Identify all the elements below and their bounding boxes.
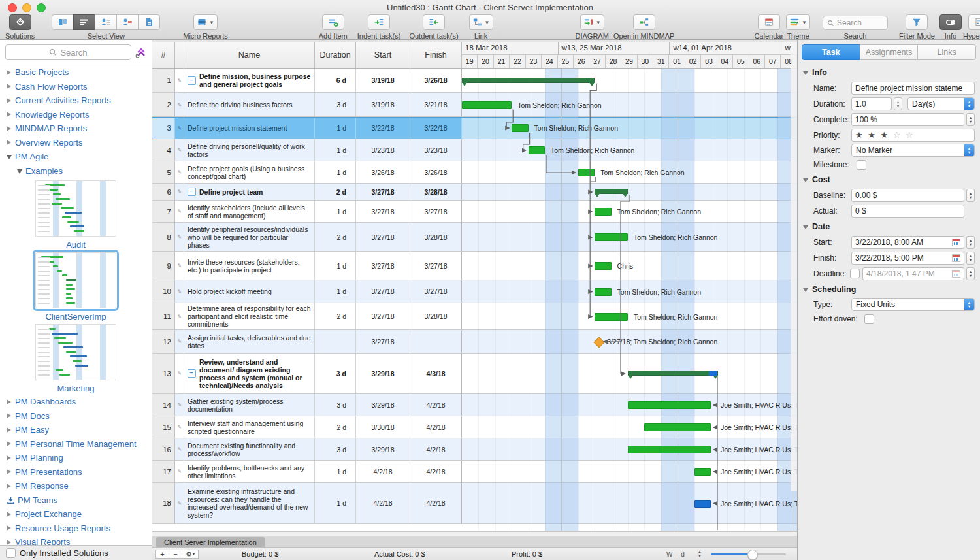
timeline-zoom-slider[interactable] [711, 553, 786, 555]
row-number[interactable]: 5 [152, 161, 175, 183]
task-bar[interactable] [595, 262, 611, 270]
task-finish-cell[interactable]: 4/2/18 [410, 483, 462, 523]
task-start-cell[interactable]: 3/27/18 [356, 201, 410, 222]
milestone-diamond[interactable] [594, 337, 605, 348]
row-number[interactable]: 13 [152, 354, 175, 393]
vertical-scrollbar[interactable] [791, 42, 797, 491]
task-start-cell[interactable]: 3/27/18 [356, 223, 410, 251]
deadline-checkbox[interactable] [850, 269, 860, 278]
baseline-stepper[interactable]: ▲▼ [966, 189, 975, 202]
view-columns-button[interactable] [52, 14, 74, 30]
task-name-cell[interactable]: Examine existing infrastructure and reso… [184, 483, 315, 523]
column-header-Name[interactable]: Name [184, 42, 315, 68]
row-number[interactable]: 14 [152, 394, 175, 416]
chevron-right-icon[interactable] [7, 469, 11, 474]
task-finish-cell[interactable]: 3/27/18 [410, 280, 462, 303]
task-name-cell[interactable]: Define driving personell/quality of work… [184, 139, 315, 161]
add-row-button[interactable]: + [155, 550, 169, 559]
task-finish-cell[interactable]: 3/26/18 [410, 161, 462, 183]
duration-stepper[interactable]: ▲▼ [894, 97, 902, 110]
row-number[interactable]: 17 [152, 461, 175, 482]
task-bar[interactable] [628, 401, 711, 409]
task-bar[interactable] [644, 423, 711, 431]
task-start-cell[interactable]: 3/29/18 [356, 438, 410, 460]
task-finish-cell[interactable]: 4/2/18 [410, 438, 462, 460]
preview-caption[interactable]: Audit [66, 240, 86, 250]
summary-bar[interactable] [462, 78, 595, 83]
start-date-field[interactable]: 3/22/2018, 8:00 AM [851, 236, 964, 249]
task-bar[interactable] [578, 169, 595, 176]
task-start-cell[interactable]: 3/29/18 [356, 354, 410, 393]
sidebar-item-resource-usage-reports[interactable]: Resource Usage Reports [0, 521, 152, 536]
task-name-cell[interactable]: Gather existing system/process documenta… [184, 394, 315, 416]
task-name-cell[interactable]: Interview staff and management using scr… [184, 416, 315, 438]
task-duration-cell[interactable]: 1 d [315, 483, 356, 523]
tab-assignments[interactable]: Assignments [860, 44, 919, 60]
task-duration-cell[interactable]: 3 d [315, 354, 356, 393]
chevron-right-icon[interactable] [7, 98, 11, 103]
sidebar-item-overview-reports[interactable]: Overview Reports [0, 136, 152, 150]
chevron-right-icon[interactable] [7, 399, 11, 404]
task-finish-cell[interactable]: 3/27/18 [410, 201, 462, 222]
duration-unit-dropdown[interactable]: Day(s)▲▼ [907, 97, 975, 110]
task-finish-cell[interactable]: 4/2/18 [410, 416, 462, 438]
chevron-right-icon[interactable] [7, 512, 11, 517]
chevron-down-icon[interactable] [17, 169, 22, 174]
task-name-cell[interactable]: Define project mission statement [184, 118, 315, 139]
task-finish-cell[interactable]: 3/27/18 [410, 252, 462, 280]
column-header-Duration[interactable]: Duration [315, 42, 356, 68]
view-report-button[interactable] [138, 14, 160, 30]
link-button[interactable]: ▼ [469, 14, 493, 30]
solution-store-icon[interactable] [135, 46, 148, 59]
task-start-cell[interactable]: 3/19/18 [356, 93, 410, 116]
remove-row-button[interactable]: − [169, 550, 182, 559]
task-bar[interactable] [529, 146, 545, 154]
task-name-cell[interactable]: Identify stakeholders (Include all level… [184, 201, 315, 222]
priority-field[interactable]: ★ ★ ★ ☆ ☆ [851, 129, 975, 142]
preview-caption[interactable]: ClientServerImp [45, 312, 106, 321]
sidebar-item-pm-planning[interactable]: PM Planning [0, 451, 152, 465]
indent-button[interactable] [368, 14, 390, 30]
task-bar[interactable] [595, 208, 611, 216]
task-name-cell[interactable]: Hold project kickoff meeting [184, 280, 315, 303]
deadline-date-field[interactable]: 4/18/2018, 1:47 PM [862, 267, 964, 280]
task-duration-cell[interactable]: 3 d [315, 394, 356, 416]
task-duration-cell[interactable]: 6 d [315, 69, 356, 92]
zoom-stepper[interactable]: ▲▼ [698, 550, 702, 559]
only-installed-solutions-checkbox[interactable] [6, 548, 16, 558]
task-start-cell[interactable]: 3/29/18 [356, 394, 410, 416]
chevron-right-icon[interactable] [7, 525, 11, 531]
sidebar-item-pm-personal-time-management[interactable]: PM Personal Time Management [0, 437, 152, 452]
outdent-button[interactable] [423, 14, 445, 30]
gear-menu-button[interactable]: ⚙▾ [182, 550, 199, 559]
actual-cost-field[interactable]: 0 $ [851, 205, 964, 218]
baseline-field[interactable]: 0.00 $ [851, 189, 964, 202]
view-gantt-button[interactable] [73, 14, 95, 30]
task-start-cell[interactable]: 3/22/18 [356, 118, 410, 139]
task-duration-cell[interactable]: 1 d [315, 461, 356, 482]
task-name-cell[interactable]: Define the driving business factors [184, 93, 315, 116]
filter-button[interactable] [906, 14, 928, 30]
summary-bar[interactable] [628, 371, 718, 376]
row-number[interactable]: 4 [152, 139, 175, 161]
sidebar-item-cash-flow-reports[interactable]: Cash Flow Reports [0, 80, 152, 94]
chevron-right-icon[interactable] [7, 413, 11, 418]
micro-report-button[interactable]: ▼ [193, 14, 218, 30]
row-number[interactable]: 10 [152, 280, 175, 303]
sidebar-item-pm-docs[interactable]: PM Docs [0, 409, 152, 423]
task-bar[interactable] [595, 233, 628, 241]
column-header-Finish[interactable]: Finish [410, 42, 462, 68]
collapse-toggle-icon[interactable]: − [188, 369, 196, 378]
task-duration-cell[interactable]: 2 d [315, 303, 356, 329]
task-bar[interactable] [628, 446, 711, 453]
sidebar-item-pm-teams[interactable]: PM Teams [0, 493, 152, 508]
task-start-cell[interactable]: 3/27/18 [356, 280, 410, 303]
task-start-cell[interactable]: 4/2/18 [356, 483, 410, 523]
effort-driven-checkbox[interactable] [864, 314, 874, 324]
task-start-cell[interactable]: 3/27/18 [356, 330, 410, 353]
task-start-cell[interactable]: 3/30/18 [356, 416, 410, 438]
chevron-right-icon[interactable] [7, 441, 11, 446]
sidebar-item-project-exchange[interactable]: Project Exchange [0, 507, 152, 521]
row-number[interactable]: 12 [152, 330, 175, 353]
scheduling-type-dropdown[interactable]: Fixed Units▲▼ [851, 298, 975, 311]
